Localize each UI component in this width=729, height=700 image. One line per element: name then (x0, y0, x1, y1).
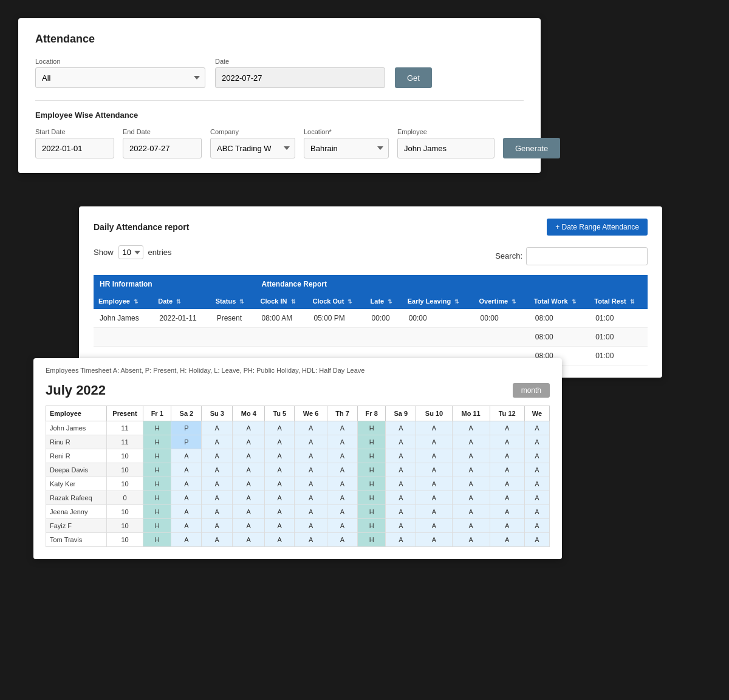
timesheet-day-col: Sa 2 (171, 406, 202, 421)
month-button[interactable]: month (513, 383, 550, 398)
company-label: Company (210, 128, 295, 135)
col-status[interactable]: Status ⇅ (211, 293, 256, 309)
location2-label: Location* (304, 128, 389, 135)
timesheet-day-col: Fr 1 (143, 406, 171, 421)
timesheet-card: Employees Timesheet A: Absent, P: Presen… (33, 358, 562, 559)
filter-row-1: Location All Date Get (35, 58, 524, 88)
divider-1 (35, 100, 524, 101)
list-item: Jeena Jenny10HAAAAAAHAAAAA (46, 505, 550, 519)
timesheet-day-col: Su 10 (416, 406, 452, 421)
company-group: Company ABC Trading W (210, 128, 295, 158)
hr-info-header: HR Information (94, 275, 256, 293)
timesheet-header: EmployeePresentFr 1Sa 2Su 3Mo 4Tu 5We 6T… (46, 406, 550, 421)
attendance-title: Attendance (35, 33, 524, 46)
table-row: John James2022-01-11Present08:00 AM05:00… (94, 309, 648, 328)
date-range-button[interactable]: + Date Range Attendance (547, 219, 648, 236)
location-label: Location (35, 58, 205, 65)
employee-group: Employee (397, 128, 495, 158)
section-title: Employee Wise Attendance (35, 110, 524, 120)
timesheet-day-col: Tu 5 (265, 406, 295, 421)
timesheet-day-col: Sa 9 (386, 406, 416, 421)
report-title: Daily Attendance report (94, 222, 189, 232)
get-button[interactable]: Get (395, 67, 432, 88)
location-group: Location All (35, 58, 205, 88)
col-employee[interactable]: Employee ⇅ (94, 293, 153, 309)
employee-input[interactable] (397, 138, 495, 158)
company-select[interactable]: ABC Trading W (210, 138, 295, 158)
show-select[interactable]: 10 (118, 245, 143, 259)
employee-label: Employee (397, 128, 495, 135)
col-clock-out[interactable]: Clock Out ⇅ (307, 293, 365, 309)
end-date-group: End Date (123, 128, 202, 158)
col-late[interactable]: Late ⇅ (366, 293, 403, 309)
start-date-input[interactable] (35, 138, 114, 158)
location-select[interactable]: All (35, 67, 205, 88)
filter-row-2: Start Date End Date Company ABC Trading … (35, 128, 524, 158)
list-item: Deepa Davis10HAAAAAAHAAAAA (46, 463, 550, 477)
end-date-input[interactable] (123, 138, 202, 158)
start-date-label: Start Date (35, 128, 114, 135)
search-label: Search: (495, 251, 522, 260)
date-group: Date (215, 58, 385, 88)
generate-button[interactable]: Generate (503, 138, 560, 158)
list-item: Rinu R11HPAAAAAHAAAAA (46, 435, 550, 449)
list-item: Fayiz F10HAAAAAAHAAAAA (46, 519, 550, 533)
col-early-leaving[interactable]: Early Leaving ⇅ (403, 293, 474, 309)
entries-label: entries (148, 248, 172, 257)
start-date-group: Start Date (35, 128, 114, 158)
timesheet-day-col: Mo 11 (452, 406, 490, 421)
timesheet-top: July 2022 month (46, 382, 550, 398)
location2-select[interactable]: Bahrain (304, 138, 389, 158)
timesheet-day-col: Mo 4 (233, 406, 265, 421)
timesheet-col-employee: Employee (46, 406, 107, 421)
col-clock-in[interactable]: Clock IN ⇅ (256, 293, 308, 309)
table-row: 08:0001:00 (94, 328, 648, 347)
timesheet-day-col: Su 3 (202, 406, 233, 421)
list-item: Katy Ker10HAAAAAAHAAAAA (46, 477, 550, 491)
search-input[interactable] (526, 247, 648, 265)
group-header-row: HR Information Attendance Report (94, 275, 648, 293)
col-overtime[interactable]: Overtime ⇅ (474, 293, 529, 309)
timesheet-day-col: Fr 8 (357, 406, 385, 421)
timesheet-day-col: Th 7 (327, 406, 358, 421)
list-item: Tom Travis10HAAAAAAHAAAAA (46, 533, 550, 547)
list-item: John James11HPAAAAAHAAAAA (46, 421, 550, 435)
col-total-rest[interactable]: Total Rest ⇅ (589, 293, 648, 309)
timesheet-legend: Employees Timesheet A: Absent, P: Presen… (46, 367, 550, 374)
timesheet-day-col: We 6 (295, 406, 327, 421)
timesheet-day-col: We (524, 406, 549, 421)
col-header-row: Employee ⇅ Date ⇅ Status ⇅ Clock IN ⇅ Cl… (94, 293, 648, 309)
attendance-card: Attendance Location All Date Get Employe… (18, 18, 541, 173)
attendance-table: HR Information Attendance Report Employe… (94, 275, 648, 365)
show-row: Show 10 entries (94, 245, 172, 259)
date-input[interactable] (215, 67, 385, 88)
report-header: Daily Attendance report + Date Range Att… (94, 219, 648, 236)
location2-group: Location* Bahrain (304, 128, 389, 158)
col-date[interactable]: Date ⇅ (153, 293, 210, 309)
attendance-report-header: Attendance Report (256, 275, 648, 293)
date-label: Date (215, 58, 385, 65)
daily-report-card: Daily Attendance report + Date Range Att… (79, 206, 662, 378)
list-item: Razak Rafeeq0HAAAAAAHAAAAA (46, 491, 550, 505)
timesheet-day-col: Tu 12 (490, 406, 524, 421)
col-total-work[interactable]: Total Work ⇅ (529, 293, 590, 309)
timesheet-table: EmployeePresentFr 1Sa 2Su 3Mo 4Tu 5We 6T… (46, 406, 550, 547)
timesheet-month: July 2022 (46, 382, 106, 398)
timesheet-col-present: Present (107, 406, 143, 421)
end-date-label: End Date (123, 128, 202, 135)
list-item: Reni R10HAAAAAAHAAAAA (46, 449, 550, 463)
show-label: Show (94, 248, 114, 257)
